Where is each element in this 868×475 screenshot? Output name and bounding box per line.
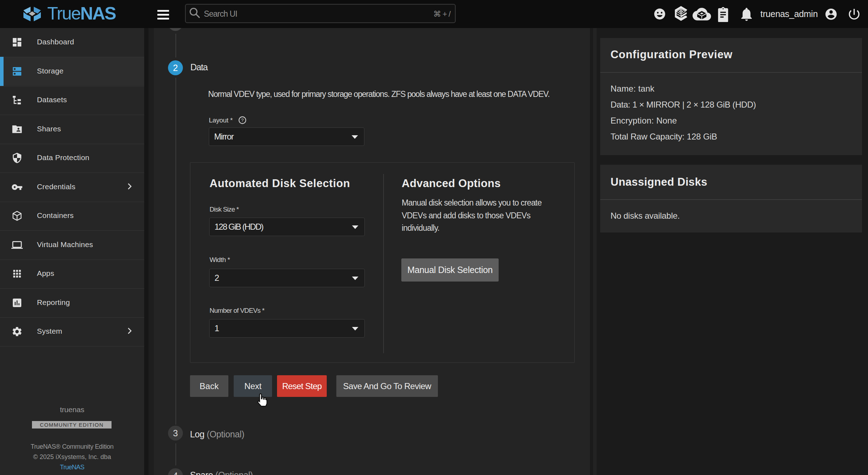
svg-text:?: ? — [241, 118, 244, 123]
